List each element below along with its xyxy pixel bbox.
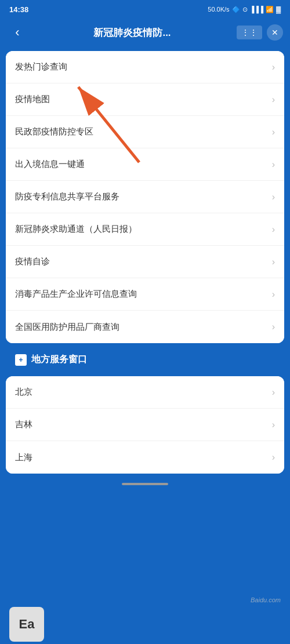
status-time: 14:38 — [9, 5, 28, 14]
list-item-label: 疫情地图 — [15, 94, 272, 105]
list-item-label: 全国医用防护用品厂商查询 — [15, 322, 272, 333]
chevron-right-icon: › — [272, 192, 275, 202]
close-button[interactable]: ✕ — [267, 24, 283, 41]
list-item[interactable]: 防疫专利信息共享平台服务 › — [6, 181, 284, 213]
local-list-card: 北京 › 吉林 › 上海 › — [6, 376, 284, 474]
list-item-label: 新冠肺炎求助通道（人民日报） — [15, 224, 272, 235]
list-item[interactable]: 民政部疫情防控专区 › — [6, 116, 284, 148]
status-icons: 50.0K/s 🔷 ⊙ ▐▐▐ 📶 ▓ — [208, 6, 281, 13]
home-indicator — [122, 483, 168, 485]
dots-icon: ⋮⋮ — [241, 28, 258, 37]
alarm-icon: ⊙ — [242, 6, 248, 13]
list-item-epidemic-map[interactable]: 疫情地图 › — [6, 83, 284, 116]
watermark: Baidu.com — [251, 596, 281, 603]
list-item[interactable]: 发热门诊查询 › — [6, 51, 284, 83]
list-item-label: 北京 — [15, 387, 272, 398]
nav-actions: ⋮⋮ ✕ — [237, 24, 283, 41]
chevron-right-icon: › — [272, 289, 275, 300]
battery-icon: ▓ — [276, 6, 281, 13]
list-item-label: 防疫专利信息共享平台服务 — [15, 191, 272, 202]
list-item-jilin[interactable]: 吉林 › — [6, 409, 284, 441]
plus-icon: + — [19, 356, 23, 364]
list-item-label: 发热门诊查询 — [15, 61, 272, 72]
list-item-beijing[interactable]: 北京 › — [6, 376, 284, 409]
list-item[interactable]: 出入境信息一键通 › — [6, 148, 284, 181]
section-icon: + — [15, 354, 27, 366]
status-bar: 14:38 50.0K/s 🔷 ⊙ ▐▐▐ 📶 ▓ — [0, 0, 290, 19]
list-item-label: 疫情自诊 — [15, 256, 272, 267]
local-section-header: + 地方服务窗口 — [6, 348, 284, 372]
chevron-right-icon: › — [272, 420, 275, 430]
chevron-right-icon: › — [272, 62, 275, 72]
chevron-right-icon: › — [272, 387, 275, 398]
nav-bar: ‹ 新冠肺炎疫情防... ⋮⋮ ✕ — [0, 19, 290, 46]
bottom-nav-area — [0, 478, 290, 487]
bluetooth-icon: 🔷 — [232, 6, 240, 13]
main-list-card: 发热门诊查询 › 疫情地图 › 民政部疫情防控专区 › 出入境信息一键通 › 防… — [6, 51, 284, 343]
chevron-right-icon: › — [272, 224, 275, 235]
list-item-label: 消毒产品生产企业许可信息查询 — [15, 289, 272, 300]
chevron-right-icon: › — [272, 257, 275, 267]
list-item-label: 吉林 — [15, 419, 272, 430]
signal-icon: ▐▐▐ — [250, 6, 263, 13]
chevron-right-icon: › — [272, 159, 275, 170]
speed-indicator: 50.0K/s — [208, 6, 229, 13]
avatar: Ea — [9, 607, 44, 642]
chevron-right-icon: › — [272, 94, 275, 105]
list-item[interactable]: 新冠肺炎求助通道（人民日报） › — [6, 213, 284, 246]
chevron-right-icon: › — [272, 127, 275, 137]
page-title: 新冠肺炎疫情防... — [28, 26, 237, 39]
list-item-label: 上海 — [15, 452, 272, 463]
section-title: 地方服务窗口 — [31, 354, 87, 366]
list-item[interactable]: 消毒产品生产企业许可信息查询 › — [6, 278, 284, 311]
chevron-right-icon: › — [272, 452, 275, 463]
wifi-icon: 📶 — [266, 6, 274, 13]
chevron-right-icon: › — [272, 322, 275, 332]
close-icon: ✕ — [271, 28, 278, 37]
list-item-label: 出入境信息一键通 — [15, 159, 272, 170]
list-item[interactable]: 疫情自诊 › — [6, 246, 284, 278]
list-item-label: 民政部疫情防控专区 — [15, 126, 272, 137]
back-button[interactable]: ‹ — [7, 25, 28, 40]
list-item[interactable]: 全国医用防护用品厂商查询 › — [6, 311, 284, 343]
more-options-button[interactable]: ⋮⋮ — [237, 26, 262, 39]
list-item-shanghai[interactable]: 上海 › — [6, 441, 284, 474]
